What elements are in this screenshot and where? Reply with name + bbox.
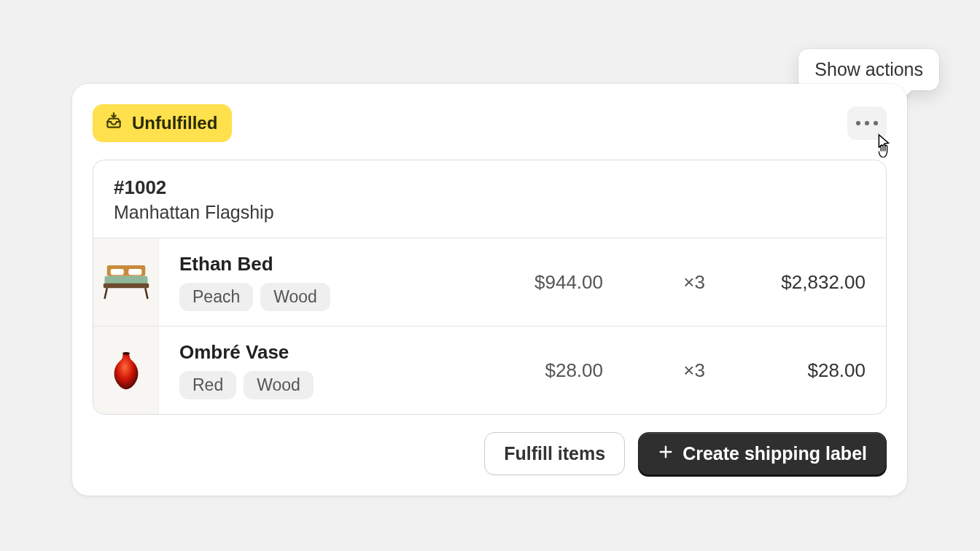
svg-point-8 bbox=[122, 352, 130, 355]
item-title: Ethan Bed bbox=[179, 253, 457, 276]
status-label: Unfulfilled bbox=[132, 113, 217, 133]
order-header: #1002 Manhattan Flagship bbox=[93, 160, 886, 238]
fulfill-items-label: Fulfill items bbox=[504, 443, 605, 464]
order-number: #1002 bbox=[114, 176, 866, 199]
product-thumbnail bbox=[93, 327, 159, 414]
card-header: Unfulfilled bbox=[93, 104, 887, 142]
item-info: Ombré VaseRedWood bbox=[159, 327, 457, 414]
plus-icon bbox=[658, 443, 674, 464]
svg-line-6 bbox=[104, 288, 106, 299]
svg-rect-3 bbox=[128, 269, 141, 275]
create-shipping-label-button[interactable]: Create shipping label bbox=[638, 432, 887, 475]
dots-icon bbox=[856, 121, 860, 125]
product-thumbnail bbox=[93, 238, 159, 326]
tooltip-label: Show actions bbox=[814, 59, 923, 79]
variant-chip: Wood bbox=[244, 371, 314, 399]
more-actions-button[interactable] bbox=[847, 106, 887, 140]
variant-chips: RedWood bbox=[179, 371, 457, 399]
order-block: #1002 Manhattan Flagship Ethan BedPeachW… bbox=[93, 160, 887, 415]
order-location: Manhattan Flagship bbox=[114, 202, 866, 223]
unit-price: $28.00 bbox=[457, 359, 603, 382]
svg-rect-5 bbox=[103, 284, 148, 289]
line-total: $28.00 bbox=[705, 359, 866, 382]
actions-row: Fulfill items Create shipping label bbox=[93, 432, 887, 475]
fulfillment-card: Unfulfilled #1002 Manhattan Flagship Eth… bbox=[72, 84, 907, 496]
variant-chip: Wood bbox=[260, 283, 330, 311]
variant-chip: Peach bbox=[179, 283, 253, 311]
fulfill-items-button[interactable]: Fulfill items bbox=[484, 432, 625, 475]
variant-chips: PeachWood bbox=[179, 283, 457, 311]
quantity: ×3 bbox=[603, 271, 705, 294]
variant-chip: Red bbox=[179, 371, 236, 399]
status-badge-unfulfilled: Unfulfilled bbox=[93, 104, 232, 142]
line-item: Ombré VaseRedWood$28.00×3$28.00 bbox=[93, 327, 886, 414]
line-total: $2,832.00 bbox=[705, 271, 866, 294]
item-title: Ombré Vase bbox=[179, 341, 457, 364]
unit-price: $944.00 bbox=[457, 271, 603, 294]
create-shipping-label-label: Create shipping label bbox=[682, 443, 867, 464]
unfulfilled-icon bbox=[104, 112, 123, 135]
svg-rect-4 bbox=[104, 276, 147, 284]
item-info: Ethan BedPeachWood bbox=[159, 238, 457, 326]
line-item: Ethan BedPeachWood$944.00×3$2,832.00 bbox=[93, 238, 886, 327]
quantity: ×3 bbox=[603, 359, 705, 382]
svg-line-7 bbox=[145, 288, 147, 299]
svg-rect-2 bbox=[110, 269, 123, 275]
